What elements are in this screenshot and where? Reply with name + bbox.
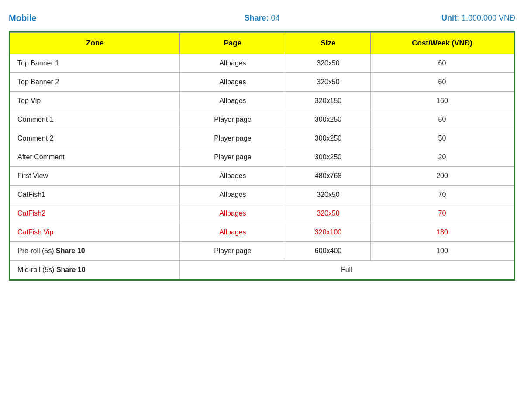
cell-page: Player page [179,110,286,129]
table-row: CatFish2Allpages320x5070 [10,204,514,223]
cell-size: 480x768 [286,167,371,186]
mobile-label: Mobile [9,13,178,23]
table-row: Pre-roll (5s) Share 10Player page600x400… [10,242,514,261]
cell-size: 300x250 [286,148,371,167]
cell-zone: Comment 2 [10,129,180,148]
cell-page: Allpages [179,204,286,223]
table-row: Mid-roll (5s) Share 10Full [10,261,514,279]
mobile-text: Mobile [9,13,36,23]
table-row: Top Banner 2Allpages320x5060 [10,73,514,92]
page-header: Mobile Share: 04 Unit: 1.000.000 VNĐ [9,13,515,23]
share-info: Share: 04 [178,14,347,23]
col-size: Size [286,33,371,54]
cell-cost: 50 [371,110,514,129]
cell-zone: Pre-roll (5s) Share 10 [10,242,180,261]
cell-page: Allpages [179,92,286,110]
cell-cost: 60 [371,73,514,92]
table-header-row: Zone Page Size Cost/Week (VNĐ) [10,33,514,54]
cell-zone: Top Banner 2 [10,73,180,92]
cell-cost: 180 [371,223,514,242]
cell-zone: CatFish Vip [10,223,180,242]
cell-zone: CatFish2 [10,204,180,223]
cell-size: 320x150 [286,92,371,110]
cell-cost: 160 [371,92,514,110]
cell-zone: Top Vip [10,92,180,110]
cell-page: Allpages [179,186,286,204]
table-row: First ViewAllpages480x768200 [10,167,514,186]
table-row: Comment 2Player page300x25050 [10,129,514,148]
cell-page: Allpages [179,73,286,92]
cell-size: 320x50 [286,204,371,223]
cell-page: Allpages [179,223,286,242]
cell-cost: 50 [371,129,514,148]
col-zone: Zone [10,33,180,54]
cell-zone: Top Banner 1 [10,54,180,73]
table-row: CatFish1Allpages320x5070 [10,186,514,204]
cell-size: 600x400 [286,242,371,261]
cell-zone: Comment 1 [10,110,180,129]
table-row: Top Banner 1Allpages320x5060 [10,54,514,73]
cell-size: 320x50 [286,186,371,204]
pricing-table-wrapper: Zone Page Size Cost/Week (VNĐ) Top Banne… [9,31,515,281]
cell-zone: Mid-roll (5s) Share 10 [10,261,180,279]
cell-cost: 200 [371,167,514,186]
cell-page: Player page [179,242,286,261]
table-row: Top VipAllpages320x150160 [10,92,514,110]
cell-zone: First View [10,167,180,186]
cell-size: 320x100 [286,223,371,242]
cell-cost: 60 [371,54,514,73]
cell-cost: 100 [371,242,514,261]
unit-info: Unit: 1.000.000 VNĐ [346,14,515,23]
cell-size: 300x250 [286,110,371,129]
cell-size: 320x50 [286,54,371,73]
cell-size: 320x50 [286,73,371,92]
cell-page: Allpages [179,54,286,73]
unit-value: 1.000.000 VNĐ [462,14,515,22]
cell-cost: 70 [371,204,514,223]
cell-cost: 70 [371,186,514,204]
table-row: Comment 1Player page300x25050 [10,110,514,129]
table-row: CatFish VipAllpages320x100180 [10,223,514,242]
cell-size: 300x250 [286,129,371,148]
cell-page: Allpages [179,167,286,186]
cell-zone: CatFish1 [10,186,180,204]
cell-zone: After Comment [10,148,180,167]
table-row: After CommentPlayer page300x25020 [10,148,514,167]
cell-cost: 20 [371,148,514,167]
unit-label: Unit: [441,14,459,22]
cell-page: Player page [179,129,286,148]
col-page: Page [179,33,286,54]
cell-page: Player page [179,148,286,167]
share-label: Share: [244,14,269,22]
col-cost: Cost/Week (VNĐ) [371,33,514,54]
cell-full: Full [179,261,514,279]
share-value: 04 [271,14,280,22]
pricing-table: Zone Page Size Cost/Week (VNĐ) Top Banne… [10,32,514,279]
